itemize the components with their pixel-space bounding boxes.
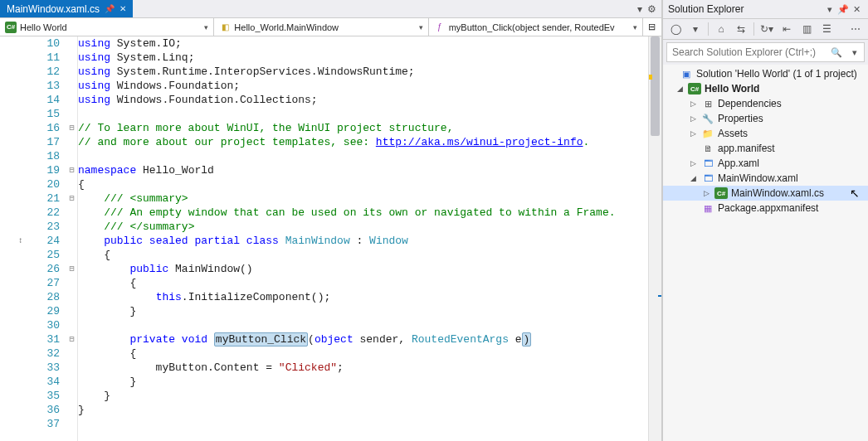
expander-icon[interactable]: ▷ (688, 114, 698, 123)
tree-app-xaml[interactable]: ▷ 🗔 App.xaml (663, 156, 868, 171)
close-icon[interactable]: ✕ (119, 4, 126, 13)
tree-assets[interactable]: ▷ 📁 Assets (663, 126, 868, 141)
forward-icon[interactable]: ▾ (686, 21, 705, 37)
solution-search-input[interactable] (667, 46, 827, 58)
margin-indicator-column: ↕ (0, 36, 30, 441)
solution-root-label: Solution 'Hello World' (1 of 1 project) (696, 68, 857, 80)
panel-titlebar[interactable]: Solution Explorer ▾ 📌 ✕ (663, 0, 868, 18)
panel-close-icon[interactable]: ✕ (850, 4, 863, 15)
chevron-down-icon: ▾ (419, 23, 423, 32)
home-icon[interactable]: ⌂ (712, 21, 730, 37)
expander-icon[interactable]: ◢ (688, 174, 698, 182)
expander-icon[interactable]: ◢ (675, 85, 685, 93)
tab-label: MainWindow.xaml.cs (7, 3, 100, 15)
scrollbar-marker (649, 75, 652, 80)
scrollbar-thumb[interactable] (651, 36, 660, 136)
expander-icon[interactable]: ▷ (688, 159, 698, 167)
tree-label: Assets (718, 128, 748, 139)
tree-label: Properties (718, 113, 763, 124)
panel-pin-icon[interactable]: 📌 (836, 4, 850, 15)
panel-dropdown-icon[interactable]: ▾ (823, 4, 836, 15)
solution-search[interactable]: 🔍 ▾ (666, 42, 865, 62)
tab-gear-icon[interactable]: ⚙ (647, 3, 656, 15)
csharp-file-icon: C# (714, 187, 728, 199)
toolbar-overflow-icon[interactable]: ⋯ (846, 21, 865, 37)
line-number-gutter: 1011121314151617181920212223242526272829… (30, 36, 66, 441)
tree-app-manifest[interactable]: 🗎 app.manifest (663, 141, 868, 156)
code-text[interactable]: using System.IO;using System.Linq;using … (78, 36, 648, 441)
vertical-scrollbar[interactable] (648, 36, 661, 441)
expander-icon[interactable]: ▷ (701, 189, 711, 197)
csharp-project-icon: C# (688, 83, 701, 94)
navigation-bar: C# Hello World ▾ ◧ Hello_World.MainWindo… (0, 18, 661, 36)
nav-member-label: myButton_Click(object sender, RoutedEv (449, 22, 615, 32)
search-options-icon[interactable]: ▾ (846, 47, 864, 58)
csharp-project-icon: C# (5, 22, 17, 33)
panel-title-text: Solution Explorer (668, 3, 744, 15)
solution-tree[interactable]: ▣ Solution 'Hello World' (1 of 1 project… (663, 65, 868, 441)
refresh-icon[interactable]: ↻▾ (758, 21, 776, 37)
tree-properties[interactable]: ▷ 🔧 Properties (663, 111, 868, 126)
search-icon[interactable]: 🔍 (827, 47, 846, 58)
file-icon: 🗎 (701, 143, 714, 154)
show-all-files-icon[interactable]: ▥ (797, 21, 816, 37)
method-icon: ƒ (434, 22, 446, 33)
nav-member[interactable]: ƒ myButton_Click(object sender, RoutedEv… (429, 18, 643, 36)
collapse-all-icon[interactable]: ⇤ (778, 21, 796, 37)
tree-label: MainWindow.xaml.cs (731, 187, 824, 199)
nav-split-button[interactable]: ⊟ (643, 18, 661, 36)
tree-package-manifest[interactable]: ▦ Package.appxmanifest (663, 201, 868, 216)
tree-label: Package.appxmanifest (718, 202, 818, 214)
project-node[interactable]: ◢ C# Hello World (663, 81, 868, 96)
nav-class[interactable]: ◧ Hello_World.MainWindow ▾ (214, 18, 428, 36)
solution-explorer-panel: Solution Explorer ▾ 📌 ✕ ◯ ▾ ⌂ ⇆ ↻▾ ⇤ ▥ ☰… (662, 0, 868, 441)
editor-pane: MainWindow.xaml.cs 📌 ✕ ▾ ⚙ C# Hello Worl… (0, 0, 662, 441)
scrollbar-caret-marker (658, 295, 661, 297)
folder-icon: 📁 (701, 128, 714, 139)
chevron-down-icon: ▾ (633, 23, 637, 32)
nav-class-label: Hello_World.MainWindow (234, 22, 339, 32)
sync-active-doc-icon[interactable]: ⇆ (732, 21, 750, 37)
split-icon: ⊟ (648, 22, 656, 32)
dependencies-icon: ⊞ (701, 98, 714, 109)
expander-icon[interactable]: ▷ (688, 99, 698, 108)
tree-mainwindow-cs[interactable]: ▷ C# MainWindow.xaml.cs ↖ (663, 186, 868, 201)
separator (753, 22, 754, 36)
xaml-icon: 🗔 (701, 158, 714, 169)
back-icon[interactable]: ◯ (666, 21, 685, 37)
tab-dropdown-icon[interactable]: ▾ (637, 3, 642, 15)
document-tab-row: MainWindow.xaml.cs 📌 ✕ ▾ ⚙ (0, 0, 661, 18)
tree-label: App.xaml (718, 158, 759, 169)
solution-toolbar: ◯ ▾ ⌂ ⇆ ↻▾ ⇤ ▥ ☰ ⋯ (663, 18, 868, 40)
nav-scope-label: Hello World (20, 22, 67, 32)
outlining-column[interactable]: ⊟⊟⊟⊟⊟ (66, 36, 78, 441)
track-changes-icon: ↕ (18, 234, 23, 248)
tree-label: Dependencies (718, 98, 782, 109)
code-editor[interactable]: ↕ 10111213141516171819202122232425262728… (0, 36, 661, 441)
wrench-icon: 🔧 (701, 113, 714, 124)
solution-icon: ▣ (680, 68, 693, 80)
tree-label: MainWindow.xaml (718, 172, 798, 184)
solution-root[interactable]: ▣ Solution 'Hello World' (1 of 1 project… (663, 66, 868, 81)
pin-icon[interactable]: 📌 (105, 4, 115, 13)
chevron-down-icon: ▾ (204, 23, 208, 32)
mouse-cursor-icon: ↖ (850, 187, 860, 200)
tree-mainwindow-xaml[interactable]: ◢ 🗔 MainWindow.xaml (663, 171, 868, 186)
package-manifest-icon: ▦ (701, 202, 714, 214)
xaml-icon: 🗔 (701, 172, 714, 184)
tab-mainwindow-cs[interactable]: MainWindow.xaml.cs 📌 ✕ (0, 0, 133, 17)
properties-icon[interactable]: ☰ (817, 21, 836, 37)
separator (708, 22, 709, 36)
nav-scope[interactable]: C# Hello World ▾ (0, 18, 214, 36)
tree-dependencies[interactable]: ▷ ⊞ Dependencies (663, 96, 868, 111)
tree-label: app.manifest (718, 143, 775, 154)
project-label: Hello World (705, 83, 759, 94)
expander-icon[interactable]: ▷ (688, 129, 698, 138)
class-icon: ◧ (219, 22, 231, 33)
